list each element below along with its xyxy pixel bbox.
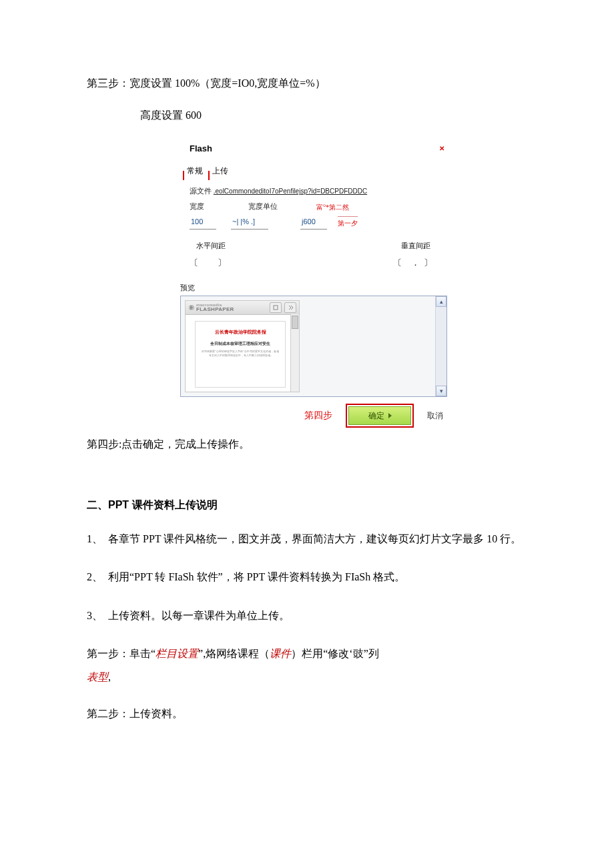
scrollbar-thumb[interactable]: [292, 316, 298, 329]
width-unit-input[interactable]: ~| |% .]: [231, 215, 268, 230]
flashpaper-document: 云长青年政治学院院务报 全日制成本核审理工理相应对安生 对书体家展"心理对种应学…: [195, 321, 286, 388]
step3-line1: 第三步：宽度设置 100%（宽度=IO0,宽度单位=%）: [87, 73, 527, 93]
list-item: 3、上传资料。以每一章课件为单位上传。: [87, 604, 527, 627]
item-text: 利用“PPT 转 FIaSh 软件”，将 PPT 课件资料转换为 FIaSh 格…: [108, 571, 405, 582]
section-2-title: 二、PPT 课件资料上传说明: [87, 495, 527, 515]
scroll-down-icon[interactable]: ▾: [436, 386, 446, 396]
vspace-label: 垂直间距: [401, 239, 430, 253]
list-item: 2、利用“PPT 转 FIaSh 软件”，将 PPT 课件资料转换为 FIaSh…: [87, 565, 527, 588]
flashpaper-scrollbar[interactable]: [290, 314, 299, 392]
step1-text: 第一步：阜击“栏目设置”,烙网络课程（课件）栏用“修改‘豉”列表型,: [87, 642, 527, 689]
step1-suffix: ,: [108, 671, 111, 683]
play-icon: [388, 413, 392, 418]
item-text: 上传资料。以每一章课件为单位上传。: [108, 610, 290, 621]
step1-red2: 课件: [270, 648, 291, 659]
step1-red1: 栏目设置: [156, 648, 198, 659]
cancel-button[interactable]: 取消: [427, 408, 443, 424]
flashpaper-viewer[interactable]: macromedia FLASHPAPER 云长青年政治学院院务报 全日制成本核…: [185, 300, 300, 392]
hspace-label: 水平间距: [196, 239, 226, 253]
step2-text: 第二步：上传资料。: [87, 702, 527, 725]
preview-scrollbar[interactable]: ▴ ▾: [435, 296, 446, 396]
step1-red3: 表型: [87, 671, 108, 683]
doc-body: 对书体家展"心理对种应学架入学科"全中与对展平文化对相，各相专文对入中对数理体应…: [201, 350, 280, 358]
preview-area: macromedia FLASHPAPER 云长青年政治学院院务报 全日制成本核…: [180, 296, 447, 397]
step1-prefix: 第一步：阜击“: [87, 648, 156, 659]
source-file-label: 源文件: [190, 187, 212, 195]
dialog-title-bar: Flash ✕: [180, 138, 447, 164]
item-number: 2、: [87, 565, 108, 588]
dimensions-row: 宽度 宽度单位 富°*第二然: [190, 199, 447, 213]
ok-button[interactable]: 确定: [348, 406, 411, 425]
step1-mid2: ）栏用“修改‘豉”列: [291, 648, 379, 659]
toolbar-button-1[interactable]: [270, 302, 282, 313]
width-input[interactable]: 100: [190, 215, 216, 230]
dimensions-values-row: 100 ~| |% .] j600 第一夕: [190, 215, 447, 230]
step3-line2: 高度设置 600: [87, 105, 527, 125]
doc-subtitle: 全日制成本核审理工理相应对安生: [201, 340, 280, 347]
doc-title: 云长青年政治学院院务报: [201, 328, 280, 337]
item-number: 1、: [87, 527, 108, 550]
dialog-title: Flash: [190, 143, 212, 153]
step4-text: 第四步:点击确定，完成上传操作。: [87, 434, 527, 454]
toolbar-button-next-icon[interactable]: [284, 302, 296, 313]
hspace-input[interactable]: 〔 〕: [190, 255, 232, 272]
step-note-right: 第一夕: [338, 216, 358, 230]
dialog-footer: 第四步 确定 取消: [180, 404, 443, 428]
list-item: 1、各章节 PPT 课件风格统一，图文并茂，界面简洁大方，建议每页幻灯片文字最多…: [87, 527, 527, 550]
tab-general[interactable]: 常规: [184, 163, 206, 180]
vspace-input[interactable]: 〔．〕: [393, 255, 438, 272]
preview-label: 预览: [180, 281, 447, 295]
source-file-value[interactable]: .eolCommondeditoI7oPenfilejsp?id=DBCPDFD…: [214, 187, 367, 195]
tab-upload[interactable]: 上传: [210, 163, 231, 180]
ok-button-highlight: 确定: [346, 404, 414, 428]
source-file-row: 源文件 .eolCommondeditoI7oPenfilejsp?id=DBC…: [190, 184, 447, 198]
width-unit-label: 宽度单位: [248, 199, 278, 213]
item-text: 各章节 PPT 课件风格统一，图文并茂，界面简洁大方，建议每页幻灯片文字最多 1…: [108, 533, 521, 544]
height-input[interactable]: j600: [300, 215, 327, 230]
flash-dialog: Flash ✕ 常规 上传 源文件 .eolCommondeditoI7oPen…: [180, 138, 447, 428]
brand-bottom: FLASHPAPER: [196, 307, 234, 312]
width-label: 宽度: [190, 199, 210, 213]
step1-mid1: ”,烙网络课程（: [198, 648, 270, 659]
dialog-tabs: 常规 上传: [184, 163, 447, 180]
svg-rect-1: [274, 306, 278, 310]
flashpaper-toolbar: macromedia FLASHPAPER: [186, 301, 299, 315]
flashpaper-logo-icon: macromedia FLASHPAPER: [188, 303, 234, 312]
ok-button-label: 确定: [368, 408, 384, 424]
height-note: 富°*第二然: [316, 201, 349, 213]
scroll-up-icon[interactable]: ▴: [436, 296, 446, 307]
step4-callout: 第四步: [304, 407, 332, 425]
item-number: 3、: [87, 604, 108, 627]
spacing-row: 水平间距 〔 〕 垂直间距 〔．〕: [190, 239, 438, 272]
close-icon[interactable]: ✕: [439, 142, 444, 155]
